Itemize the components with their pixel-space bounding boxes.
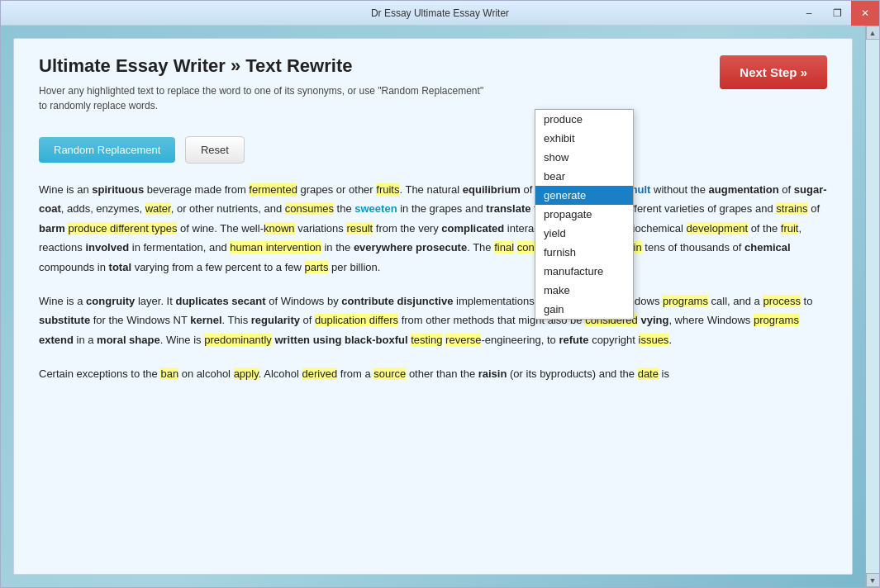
- dropdown-item-make[interactable]: make: [535, 281, 633, 300]
- word-ban[interactable]: ban: [160, 368, 178, 380]
- word-known[interactable]: known: [264, 222, 295, 235]
- header-area: Ultimate Essay Writer » Text Rewrite Hov…: [39, 55, 483, 130]
- paragraph-2: Wine is a congruity layer. It duplicates…: [39, 292, 827, 349]
- window-title: Dr Essay Ultimate Essay Writer: [371, 7, 509, 19]
- dropdown-item-bear[interactable]: bear: [535, 167, 633, 186]
- window-controls[interactable]: – ❐ ✕: [795, 1, 879, 26]
- word-reverse[interactable]: reverse: [445, 334, 481, 346]
- word-moral-shape[interactable]: moral shape: [97, 334, 160, 346]
- word-congruity[interactable]: congruity: [86, 295, 135, 307]
- word-strains[interactable]: strains: [776, 202, 807, 215]
- word-refute[interactable]: refute: [559, 334, 588, 346]
- word-equilibrium[interactable]: equilibrium: [463, 183, 521, 196]
- scroll-up-arrow[interactable]: ▲: [866, 26, 880, 40]
- title-bar: Dr Essay Ultimate Essay Writer – ❐ ✕: [1, 1, 879, 26]
- word-testing[interactable]: testing: [411, 334, 442, 346]
- word-contribute-disjunctive[interactable]: contribute disjunctive: [341, 295, 453, 307]
- word-source[interactable]: source: [373, 368, 406, 380]
- action-buttons: Random Replacement Reset: [39, 136, 827, 164]
- word-vying[interactable]: vying: [640, 314, 668, 326]
- word-date[interactable]: date: [638, 368, 659, 380]
- dropdown-item-furnish[interactable]: furnish: [535, 243, 633, 262]
- word-derived[interactable]: derived: [302, 368, 338, 380]
- word-written-using[interactable]: written using: [274, 334, 341, 346]
- dropdown-item-show[interactable]: show: [535, 148, 633, 167]
- word-kernel[interactable]: kernel: [190, 314, 221, 326]
- word-duplicates-secant[interactable]: duplicates secant: [175, 295, 265, 307]
- word-complicated[interactable]: complicated: [441, 222, 504, 235]
- word-fruit[interactable]: fruit: [781, 222, 799, 235]
- word-spirituous[interactable]: spirituous: [92, 183, 144, 196]
- main-content: Ultimate Essay Writer » Text Rewrite Hov…: [13, 38, 853, 575]
- word-programs-2[interactable]: programs: [754, 314, 799, 326]
- word-apply[interactable]: apply: [234, 368, 259, 380]
- window-body: Ultimate Essay Writer » Text Rewrite Hov…: [1, 26, 879, 587]
- word-extend[interactable]: extend: [39, 334, 74, 346]
- dropdown-item-generate[interactable]: generate: [535, 186, 633, 205]
- word-human-intervention[interactable]: human intervention: [230, 241, 321, 254]
- word-result[interactable]: result: [346, 222, 373, 235]
- dropdown-item-propagate[interactable]: propagate: [535, 205, 633, 224]
- word-final[interactable]: final: [494, 241, 514, 254]
- text-content: Wine is an spirituous beverage made from…: [39, 180, 827, 384]
- word-raisin[interactable]: raisin: [478, 368, 507, 380]
- word-barm[interactable]: barm: [39, 222, 65, 235]
- word-duplication-differs[interactable]: duplication differs: [315, 314, 398, 326]
- next-step-area: Next Step »: [720, 55, 827, 89]
- word-programs-1[interactable]: programs: [663, 295, 708, 307]
- page-subtitle: Hover any highlighted text to replace th…: [39, 83, 483, 113]
- dropdown-item-gain[interactable]: gain: [535, 300, 633, 319]
- page-title: Ultimate Essay Writer » Text Rewrite: [39, 55, 483, 77]
- word-everywhere-prosecute[interactable]: everywhere prosecute: [354, 241, 467, 254]
- dropdown-item-produce[interactable]: produce: [535, 110, 633, 129]
- word-substitute[interactable]: substitute: [39, 314, 90, 326]
- word-translate[interactable]: translate: [486, 202, 530, 215]
- close-button[interactable]: ✕: [851, 1, 879, 26]
- word-consumes[interactable]: consumes: [285, 202, 334, 215]
- word-development[interactable]: development: [687, 222, 748, 235]
- word-chemical[interactable]: chemical: [744, 241, 791, 254]
- word-fruits[interactable]: fruits: [376, 183, 399, 196]
- restore-button[interactable]: ❐: [823, 1, 851, 26]
- random-replacement-button[interactable]: Random Replacement: [39, 137, 175, 163]
- word-augmentation[interactable]: augmentation: [709, 183, 779, 196]
- minimize-button[interactable]: –: [795, 1, 823, 26]
- paragraph-1: Wine is an spirituous beverage made from…: [39, 180, 827, 277]
- scroll-down-arrow[interactable]: ▼: [866, 573, 880, 587]
- word-process[interactable]: process: [763, 295, 801, 307]
- dropdown-item-yield[interactable]: yield: [535, 224, 633, 243]
- right-scrollbar: ▲ ▼: [865, 26, 879, 587]
- word-fermented[interactable]: fermented: [249, 183, 297, 196]
- word-black-boxful[interactable]: black-boxful: [345, 334, 408, 346]
- word-predominantly[interactable]: predominantly: [204, 334, 272, 346]
- reset-button[interactable]: Reset: [185, 136, 245, 164]
- next-step-button[interactable]: Next Step »: [720, 55, 827, 89]
- word-regularity[interactable]: regularity: [251, 314, 300, 326]
- dropdown-item-exhibit[interactable]: exhibit: [535, 129, 633, 148]
- word-sweeten[interactable]: sweeten: [354, 202, 397, 215]
- paragraph-3: Certain exceptions to the ban on alcohol…: [39, 364, 827, 383]
- word-parts[interactable]: parts: [305, 261, 329, 273]
- dropdown-item-manufacture[interactable]: manufacture: [535, 262, 633, 281]
- word-issues[interactable]: issues: [639, 334, 669, 346]
- word-water[interactable]: water: [145, 202, 171, 215]
- synonym-dropdown[interactable]: produceexhibitshowbeargeneratepropagatey…: [535, 109, 634, 320]
- word-involved[interactable]: involved: [85, 241, 129, 254]
- word-produce-different-types[interactable]: produce different types: [68, 222, 177, 235]
- word-total[interactable]: total: [109, 261, 131, 273]
